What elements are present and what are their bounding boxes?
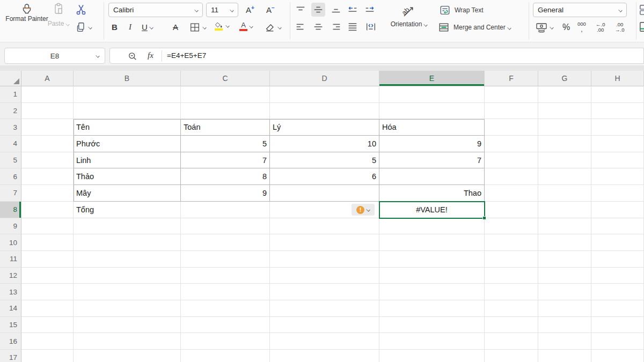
cell-F14[interactable] [485,300,538,317]
row-header-4[interactable]: 4 [0,136,21,152]
cell-E3[interactable]: Hóa [379,119,485,136]
cell-F15[interactable] [485,317,538,334]
cell-C17[interactable] [181,350,270,362]
cell-F17[interactable] [485,350,538,362]
cell-A3[interactable] [21,119,74,136]
cell-A17[interactable] [21,350,74,362]
cell-H16[interactable] [591,333,644,350]
cell-B3[interactable]: Tên [74,119,181,136]
cell-A12[interactable] [21,268,74,284]
row-header-14[interactable]: 14 [0,300,21,317]
formula-text[interactable]: =E4+E5+E7 [167,51,206,60]
cell-G3[interactable] [538,119,591,136]
cell-E5[interactable]: 7 [379,152,485,169]
number-format-combo[interactable]: General [533,3,627,17]
cell-G15[interactable] [538,317,591,334]
justify-button[interactable] [346,20,360,34]
column-header-G[interactable]: G [538,71,591,86]
font-size-combo[interactable]: 11 [206,3,238,17]
cell-F9[interactable] [485,218,538,235]
cell-B8[interactable]: Tổng [74,202,181,218]
bottom-align-button[interactable] [329,3,343,17]
cell-C2[interactable] [181,103,270,120]
cell-C1[interactable] [181,86,270,103]
comma-style-button[interactable]: 000 , [577,21,586,33]
cell-E12[interactable] [379,268,485,284]
cell-H6[interactable] [591,168,644,185]
cell-F1[interactable] [485,86,538,103]
row-header-9[interactable]: 9 [0,218,21,235]
cell-A11[interactable] [21,251,74,268]
cell-B14[interactable] [74,300,181,317]
cell-E9[interactable] [379,218,485,235]
cell-F13[interactable] [485,284,538,300]
cell-F8[interactable] [485,202,538,218]
formula-bar[interactable]: fx =E4+E5+E7 [109,48,644,64]
cell-F5[interactable] [485,152,538,169]
cell-G5[interactable] [538,152,591,169]
cell-B13[interactable] [74,284,181,300]
insert-function-icon[interactable]: fx [148,51,153,60]
cell-D3[interactable]: Lý [270,119,379,136]
cell-F10[interactable] [485,234,538,251]
decrease-font-size-button[interactable]: A− [266,5,275,14]
cell-E11[interactable] [379,251,485,268]
row-header-10[interactable]: 10 [0,234,21,251]
row-header-3[interactable]: 3 [0,119,21,136]
cell-F3[interactable] [485,119,538,136]
cell-G9[interactable] [538,218,591,235]
cell-D10[interactable] [270,234,379,251]
cell-G6[interactable] [538,168,591,185]
accounting-format-button[interactable] [535,21,553,34]
cell-C12[interactable] [181,268,270,284]
cell-C13[interactable] [181,284,270,300]
cell-F4[interactable] [485,136,538,152]
column-header-F[interactable]: F [485,71,538,86]
row-header-1[interactable]: 1 [0,86,21,103]
bold-button[interactable]: B [112,23,118,32]
cell-G16[interactable] [538,333,591,350]
column-header-C[interactable]: C [181,71,270,86]
cell-H14[interactable] [591,300,644,317]
cell-E14[interactable] [379,300,485,317]
cell-B10[interactable] [74,234,181,251]
cell-H13[interactable] [591,284,644,300]
cell-A4[interactable] [21,136,74,152]
cell-A14[interactable] [21,300,74,317]
format-as-table-icon[interactable] [639,21,644,33]
cell-D4[interactable]: 10 [270,136,379,152]
cell-C5[interactable]: 7 [181,152,270,169]
cell-C4[interactable]: 5 [181,136,270,152]
cell-A10[interactable] [21,234,74,251]
cell-A1[interactable] [21,86,74,103]
cell-C16[interactable] [181,333,270,350]
center-button[interactable] [311,20,325,34]
align-left-button[interactable] [294,20,308,34]
cell-E10[interactable] [379,234,485,251]
cell-D17[interactable] [270,350,379,362]
clear-formats-button[interactable] [264,21,281,33]
cell-E8[interactable]: #VALUE! [379,202,485,218]
cell-G17[interactable] [538,350,591,362]
row-header-2[interactable]: 2 [0,103,21,120]
cell-G8[interactable] [538,202,591,218]
cell-E13[interactable] [379,284,485,300]
cell-H1[interactable] [591,86,644,103]
cell-D9[interactable] [270,218,379,235]
cut-icon[interactable] [75,3,87,16]
cell-H2[interactable] [591,103,644,120]
cell-E4[interactable]: 9 [379,136,485,152]
cell-D2[interactable] [270,103,379,120]
cell-H3[interactable] [591,119,644,136]
cell-C7[interactable]: 9 [181,185,270,202]
cell-B5[interactable]: Linh [74,152,181,169]
select-all-corner[interactable] [0,71,21,86]
cell-E2[interactable] [379,103,485,120]
percent-style-button[interactable]: % [562,23,570,32]
column-header-A[interactable]: A [21,71,74,86]
cell-B12[interactable] [74,268,181,284]
cell-D16[interactable] [270,333,379,350]
row-header-13[interactable]: 13 [0,284,21,300]
decrease-indent-button[interactable] [346,3,360,17]
cell-D5[interactable]: 5 [270,152,379,169]
